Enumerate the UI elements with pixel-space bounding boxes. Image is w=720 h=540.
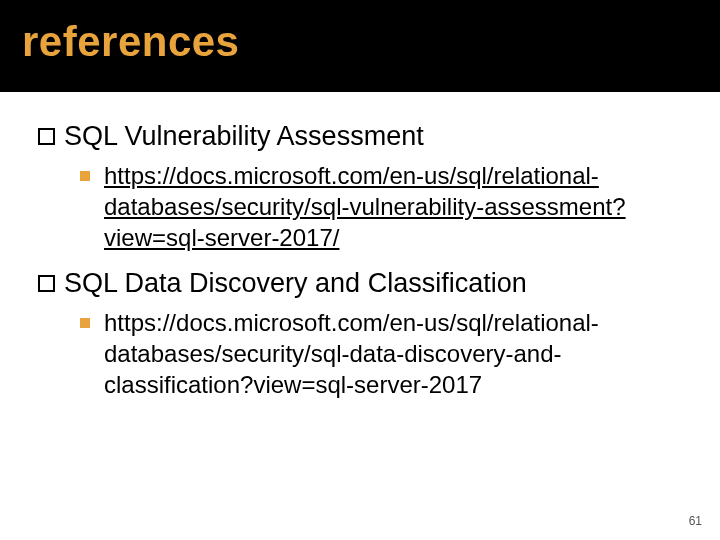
sub-bullet-item-2: https://docs.microsoft.com/en-us/sql/rel… (38, 307, 682, 401)
title-bar: references (0, 0, 720, 92)
bullet-item-2: SQL Data Discovery and Classification (38, 267, 682, 301)
reference-link: https://docs.microsoft.com/en-us/sql/rel… (104, 307, 682, 401)
bullet-item-1: SQL Vulnerability Assessment (38, 120, 682, 154)
box-bullet-icon (38, 128, 55, 145)
bullet-heading: SQL Data Discovery and Classification (64, 267, 527, 301)
slide-number: 61 (689, 514, 702, 528)
square-bullet-icon (80, 318, 90, 328)
slide: references SQL Vulnerability Assessment … (0, 0, 720, 540)
box-bullet-icon (38, 275, 55, 292)
square-bullet-icon (80, 171, 90, 181)
sub-bullet-item-1: https://docs.microsoft.com/en-us/sql/rel… (38, 160, 682, 254)
reference-link[interactable]: https://docs.microsoft.com/en-us/sql/rel… (104, 160, 682, 254)
slide-title: references (22, 18, 698, 66)
slide-body: SQL Vulnerability Assessment https://doc… (0, 92, 720, 401)
bullet-heading: SQL Vulnerability Assessment (64, 120, 424, 154)
